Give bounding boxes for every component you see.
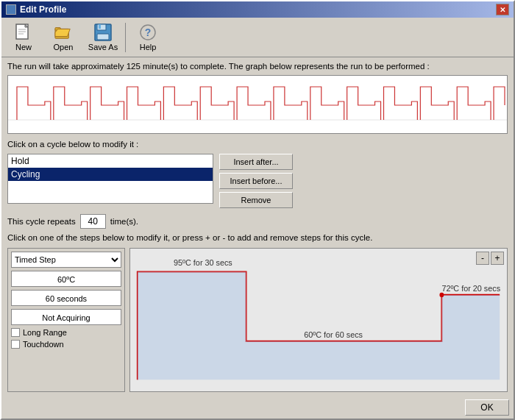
profile-graph: [7, 75, 508, 134]
new-icon: [15, 24, 32, 41]
insert-before-button[interactable]: Insert before...: [219, 173, 293, 189]
help-button[interactable]: ? Help: [129, 21, 167, 54]
svg-point-19: [439, 293, 444, 297]
step-graph: - + 95ºC for 30 secs 60ºC for 60 secs 72…: [129, 248, 508, 392]
plus-button[interactable]: +: [491, 252, 504, 265]
lower-panel: Timed Step 60ºC 60 seconds Not Acquiring…: [7, 248, 508, 392]
svg-rect-10: [97, 34, 109, 40]
svg-text:60ºC for 60 secs: 60ºC for 60 secs: [304, 330, 363, 338]
save-as-label: Save As: [88, 43, 118, 51]
step-duration: 60 seconds: [11, 290, 121, 306]
help-label: Help: [140, 43, 157, 51]
toolbar-separator: [125, 23, 126, 52]
new-label: New: [15, 43, 32, 51]
open-label: Open: [54, 43, 74, 51]
open-icon: [54, 24, 72, 41]
insert-after-button[interactable]: Insert after...: [219, 154, 293, 170]
help-icon: ?: [139, 24, 157, 41]
ok-button[interactable]: OK: [465, 399, 509, 416]
main-content: The run will take approximately 125 minu…: [1, 57, 514, 396]
titlebar: Edit Profile ✕: [1, 1, 514, 18]
save-as-button[interactable]: Save As: [84, 21, 122, 54]
main-window: Edit Profile ✕ New: [0, 0, 515, 420]
cycle-item-cycling[interactable]: Cycling: [8, 168, 213, 181]
svg-text:95ºC for 30 secs: 95ºC for 30 secs: [174, 258, 232, 267]
long-range-label: Long Range: [23, 328, 67, 337]
step-type-select[interactable]: Timed Step: [11, 252, 121, 268]
svg-text:?: ?: [145, 26, 152, 38]
repeats-input[interactable]: [80, 214, 106, 229]
new-button[interactable]: New: [4, 21, 43, 54]
svg-text:72ºC for 20 secs: 72ºC for 20 secs: [441, 283, 500, 292]
repeats-row: This cycle repeats time(s).: [7, 214, 508, 229]
save-as-icon: [94, 24, 112, 41]
remove-button[interactable]: Remove: [219, 192, 293, 208]
ok-row: OK: [1, 396, 514, 419]
svg-rect-8: [97, 24, 106, 30]
step-acquiring: Not Acquiring: [11, 309, 121, 325]
touchdown-label: Touchdown: [23, 340, 64, 349]
step-temp: 60ºC: [11, 271, 121, 287]
step-graph-controls: - +: [476, 252, 504, 265]
cycle-row: Hold Cycling Insert after... Insert befo…: [7, 154, 508, 208]
window-icon: [6, 4, 16, 15]
touchdown-row: Touchdown: [11, 340, 121, 349]
open-button[interactable]: Open: [44, 21, 82, 54]
steps-label: Click on one of the steps below to modif…: [7, 233, 508, 242]
svg-rect-9: [99, 24, 101, 29]
info-text: The run will take approximately 125 minu…: [7, 62, 508, 71]
window-title: Edit Profile: [20, 4, 66, 15]
touchdown-checkbox[interactable]: [11, 340, 20, 349]
cycle-item-hold[interactable]: Hold: [8, 154, 213, 168]
minus-button[interactable]: -: [476, 252, 489, 265]
repeats-label1: This cycle repeats: [7, 217, 76, 226]
toolbar: New Open Save As: [1, 18, 514, 57]
cycle-section-label: Click on a cycle below to modify it :: [7, 140, 508, 149]
titlebar-left: Edit Profile: [6, 4, 66, 15]
cycle-buttons: Insert after... Insert before... Remove: [219, 154, 293, 208]
step-config: Timed Step 60ºC 60 seconds Not Acquiring…: [7, 248, 125, 392]
long-range-checkbox[interactable]: [11, 328, 20, 337]
cycle-list[interactable]: Hold Cycling: [7, 154, 213, 204]
close-button[interactable]: ✕: [496, 4, 509, 15]
long-range-row: Long Range: [11, 328, 121, 337]
repeats-label2: time(s).: [110, 217, 138, 226]
